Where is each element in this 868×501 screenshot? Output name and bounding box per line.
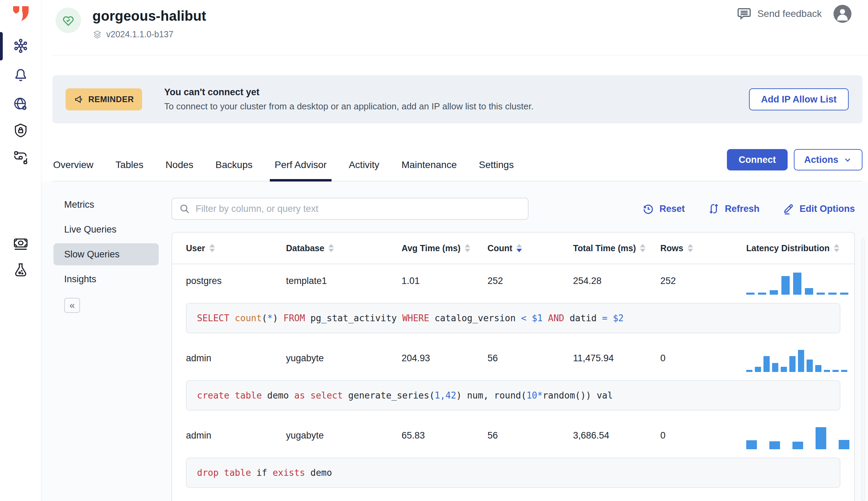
page-title: gorgeous-halibut <box>92 8 206 24</box>
tab-maintenance[interactable]: Maintenance <box>402 148 457 181</box>
connect-button[interactable]: Connect <box>727 149 788 170</box>
cell-user: admin <box>186 353 286 364</box>
banner-title: You can't connect yet <box>164 87 533 98</box>
subnav-item-live-queries[interactable]: Live Queries <box>53 217 159 242</box>
refresh-icon <box>708 203 720 215</box>
yugabyte-logo[interactable] <box>12 6 30 21</box>
cell-rows: 252 <box>660 276 746 286</box>
table-header-row: UserDatabaseAvg Time (ms)CountTotal Time… <box>172 233 854 264</box>
cell-rows: 0 <box>660 353 746 364</box>
column-header-rows[interactable]: Rows <box>660 243 746 253</box>
subnav-item-insights[interactable]: Insights <box>53 267 159 292</box>
tab-backups[interactable]: Backups <box>216 148 253 181</box>
add-ip-allow-list-button[interactable]: Add IP Allow List <box>749 88 849 110</box>
cell-avg_time_ms: 65.83 <box>402 430 487 441</box>
cell-total_time_ms: 11,475.94 <box>573 353 660 364</box>
cell-database: yugabyte <box>286 430 402 441</box>
tab-tables[interactable]: Tables <box>116 148 144 181</box>
shield-lock-icon <box>13 122 29 138</box>
subnav-item-slow-queries[interactable]: Slow Queries <box>53 243 159 265</box>
billing-icon <box>13 236 29 252</box>
column-header-count[interactable]: Count <box>487 243 573 253</box>
table-row[interactable]: postgrestemplate11.01252254.28252 <box>172 264 854 297</box>
cell-database: template1 <box>286 276 402 286</box>
latency-histogram <box>746 419 855 452</box>
filter-input[interactable] <box>196 204 521 214</box>
tab-activity[interactable]: Activity <box>349 148 379 181</box>
rail-item-network-access[interactable] <box>0 96 41 112</box>
query-text[interactable]: drop table if exists demo <box>186 458 840 488</box>
cell-database: yugabyte <box>286 353 402 364</box>
cell-count: 56 <box>487 353 573 364</box>
page-header: gorgeous-halibut v2024.1.1.0-b137 Send f… <box>41 0 868 55</box>
reset-button[interactable]: Reset <box>642 203 685 215</box>
cell-user: postgres <box>186 276 286 286</box>
refresh-button[interactable]: Refresh <box>708 203 760 215</box>
edit-pencil-icon <box>782 203 795 215</box>
header-divider <box>52 55 868 56</box>
sort-icon <box>465 244 470 252</box>
layers-icon <box>92 30 102 39</box>
cell-avg_time_ms: 204.93 <box>402 353 487 364</box>
send-feedback-button[interactable]: Send feedback <box>737 6 822 21</box>
edit-options-button[interactable]: Edit Options <box>782 203 855 215</box>
cell-count: 252 <box>487 276 573 286</box>
banner-body: To connect to your cluster from a deskto… <box>164 101 533 112</box>
actions-button[interactable]: Actions <box>794 149 862 170</box>
cell-total_time_ms: 254.28 <box>573 276 660 286</box>
flask-icon <box>13 262 29 278</box>
cell-avg_time_ms: 1.01 <box>402 276 487 286</box>
column-header-total-time-ms-[interactable]: Total Time (ms) <box>573 243 660 253</box>
latency-histogram <box>746 264 855 297</box>
filter-box <box>171 198 529 220</box>
tab-perf-advisor[interactable]: Perf Advisor <box>275 148 327 181</box>
tab-overview[interactable]: Overview <box>53 148 93 181</box>
column-header-user[interactable]: User <box>186 243 286 253</box>
chevron-down-icon <box>843 155 852 164</box>
integrations-icon <box>13 150 29 166</box>
subnav-item-metrics[interactable]: Metrics <box>53 192 159 217</box>
column-header-database[interactable]: Database <box>286 243 402 253</box>
cell-count: 56 <box>487 430 573 441</box>
reminder-badge: REMINDER <box>66 88 142 110</box>
rail-item-clusters[interactable] <box>0 38 41 54</box>
sort-icon <box>688 244 693 252</box>
cell-user: admin <box>186 430 286 441</box>
sort-icon <box>640 244 645 252</box>
feedback-bubble-icon <box>737 6 752 21</box>
slow-queries-panel: Reset Refresh Edit O <box>171 181 868 501</box>
sort-icon <box>328 244 334 252</box>
table-row[interactable]: adminyugabyte204.935611,475.940 <box>172 342 854 375</box>
rail-item-security[interactable] <box>0 122 41 138</box>
scrollbar[interactable] <box>861 238 865 501</box>
clusters-icon <box>13 38 29 54</box>
table-row[interactable]: adminyugabyte65.83563,686.540 <box>172 419 854 452</box>
bell-icon <box>13 66 29 82</box>
globe-gear-icon <box>13 96 29 112</box>
sort-icon <box>516 244 522 252</box>
user-avatar[interactable] <box>834 5 851 23</box>
cluster-version: v2024.1.1.0-b137 <box>106 29 174 39</box>
column-header-avg-time-ms-[interactable]: Avg Time (ms) <box>402 243 487 253</box>
tab-nodes[interactable]: Nodes <box>166 148 194 181</box>
rail-item-alerts[interactable] <box>0 66 41 82</box>
query-text[interactable]: SELECT count(*) FROM pg_stat_activity WH… <box>186 303 840 333</box>
latency-histogram <box>746 342 855 375</box>
cluster-health-badge <box>56 8 81 33</box>
cluster-tabs: OverviewTablesNodesBackupsPerf AdvisorAc… <box>52 148 862 181</box>
rail-item-billing[interactable] <box>0 236 41 252</box>
query-text[interactable]: create table demo as select generate_ser… <box>186 380 840 411</box>
cell-rows: 0 <box>660 430 746 441</box>
reset-clock-icon <box>642 203 654 215</box>
sort-icon <box>834 244 839 252</box>
column-header-latency-distribution[interactable]: Latency Distribution <box>746 243 854 253</box>
left-rail <box>0 0 41 501</box>
heart-check-icon <box>61 13 75 27</box>
collapse-sidebar-button[interactable]: « <box>64 298 80 313</box>
rail-item-labs[interactable] <box>0 262 41 278</box>
search-icon <box>179 203 190 214</box>
rail-item-integrations[interactable] <box>0 150 41 166</box>
megaphone-icon <box>74 94 84 105</box>
cell-total_time_ms: 3,686.54 <box>573 430 660 441</box>
tab-settings[interactable]: Settings <box>479 148 514 181</box>
